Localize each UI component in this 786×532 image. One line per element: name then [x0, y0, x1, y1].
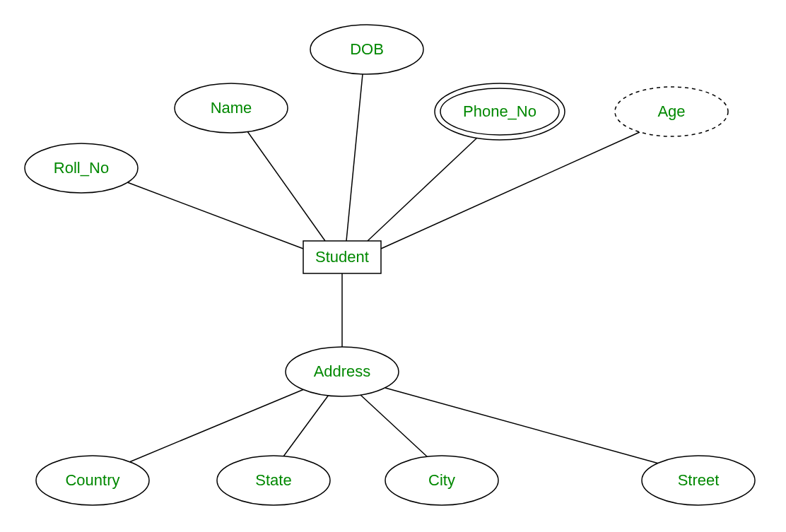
edge-address-country [129, 389, 304, 462]
attr-name-label: Name [211, 99, 252, 117]
edge-age-student [381, 132, 640, 249]
attr-dob: DOB [310, 25, 423, 74]
attr-address-label: Address [314, 362, 371, 380]
entity-student: Student [303, 241, 381, 273]
attr-country-label: Country [65, 471, 119, 489]
edge-name-student [247, 131, 325, 241]
attr-street: Street [642, 456, 755, 505]
entity-student-label: Student [315, 248, 369, 266]
edge-address-city [360, 395, 428, 457]
attr-state: State [217, 456, 330, 505]
attr-rollno-label: Roll_No [54, 159, 109, 177]
attr-street-label: Street [678, 471, 720, 489]
attr-age: Age [615, 87, 728, 136]
attr-city-label: City [428, 471, 455, 489]
attr-country: Country [36, 456, 149, 505]
edge-address-state [283, 395, 329, 456]
attr-age-label: Age [657, 102, 685, 120]
attr-rollno: Roll_No [25, 143, 138, 193]
attr-state-label: State [255, 471, 291, 489]
attr-address: Address [286, 347, 399, 396]
edge-address-street [385, 388, 659, 463]
attr-city: City [385, 456, 498, 505]
edge-rollno-student [127, 182, 303, 249]
er-diagram: Student Roll_No Name DOB Phone_No Age Ad… [0, 0, 786, 532]
attr-dob-label: DOB [350, 40, 384, 58]
attr-phone-label: Phone_No [463, 102, 536, 120]
attr-name: Name [175, 83, 288, 133]
attr-phone: Phone_No [435, 83, 565, 140]
edge-phone-student [368, 138, 477, 241]
edge-dob-student [346, 74, 363, 241]
